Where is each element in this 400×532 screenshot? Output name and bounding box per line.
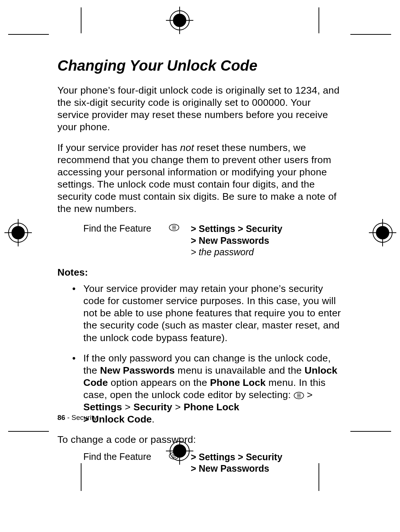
page-footer: 86 - Security bbox=[57, 414, 97, 422]
menu-key-icon bbox=[169, 451, 180, 475]
menu-term: Settings bbox=[83, 401, 122, 413]
page-title: Changing Your Unlock Code bbox=[57, 57, 343, 74]
feature-path: > Settings > Security > New Passwords bbox=[180, 451, 343, 475]
text-run: If your service provider has bbox=[57, 142, 180, 153]
feature-label: Find the Feature bbox=[83, 223, 169, 258]
menu-path-line: > New Passwords bbox=[191, 235, 343, 246]
document-page: Changing Your Unlock Code Your phone’s f… bbox=[0, 0, 400, 532]
footer-section: Security bbox=[71, 414, 97, 421]
registration-mark-icon bbox=[4, 219, 32, 248]
menu-term: Phone Lock bbox=[184, 401, 239, 413]
feature-path: > Settings > Security > New Passwords > … bbox=[180, 223, 343, 258]
menu-path-line: > Settings > Security bbox=[191, 223, 343, 235]
menu-term: New Passwords bbox=[100, 365, 175, 376]
crop-line bbox=[319, 7, 319, 33]
menu-term: Security bbox=[133, 401, 172, 413]
content-area: Changing Your Unlock Code Your phone’s f… bbox=[57, 57, 343, 483]
svg-point-15 bbox=[376, 226, 389, 239]
text-run: > bbox=[172, 401, 184, 413]
registration-mark-icon bbox=[166, 7, 193, 36]
menu-key-icon bbox=[169, 223, 180, 258]
registration-mark-icon bbox=[369, 219, 396, 248]
page-number: 86 bbox=[57, 414, 65, 421]
find-the-feature-block: Find the Feature > Settings > Security >… bbox=[83, 451, 343, 475]
menu-term: Phone Lock bbox=[210, 377, 266, 388]
feature-label: Find the Feature bbox=[83, 451, 169, 475]
emphasis-text: not bbox=[180, 142, 194, 153]
text-run: option appears on the bbox=[108, 377, 210, 388]
crop-line bbox=[350, 431, 391, 432]
notes-heading: Notes: bbox=[57, 267, 343, 278]
find-the-feature-block: Find the Feature > Settings > Security >… bbox=[83, 223, 343, 258]
menu-path-line: > the password bbox=[191, 246, 343, 258]
crop-line bbox=[8, 34, 49, 35]
notes-list: Your service provider may retain your ph… bbox=[57, 283, 343, 425]
menu-path-line: > New Passwords bbox=[191, 463, 343, 474]
menu-term: Unlock Code bbox=[92, 414, 152, 425]
list-item: If the only password you can change is t… bbox=[83, 352, 343, 426]
svg-point-3 bbox=[173, 14, 186, 27]
menu-key-icon bbox=[294, 389, 304, 400]
menu-path-line: > Settings > Security bbox=[191, 451, 343, 463]
svg-point-11 bbox=[11, 226, 25, 239]
crop-line bbox=[8, 431, 49, 432]
body-paragraph: If your service provider has not reset t… bbox=[57, 142, 343, 215]
text-run: > bbox=[122, 401, 134, 413]
body-paragraph: To change a code or password: bbox=[57, 434, 343, 446]
crop-line bbox=[350, 34, 391, 35]
text-run: menu is unavailable and the bbox=[175, 365, 305, 376]
text-run: > bbox=[304, 389, 313, 400]
crop-line bbox=[81, 7, 81, 33]
text-run: . bbox=[152, 414, 155, 425]
footer-separator: - bbox=[65, 414, 71, 421]
list-item: Your service provider may retain your ph… bbox=[83, 283, 343, 344]
body-paragraph: Your phone’s four-digit unlock code is o… bbox=[57, 84, 343, 134]
